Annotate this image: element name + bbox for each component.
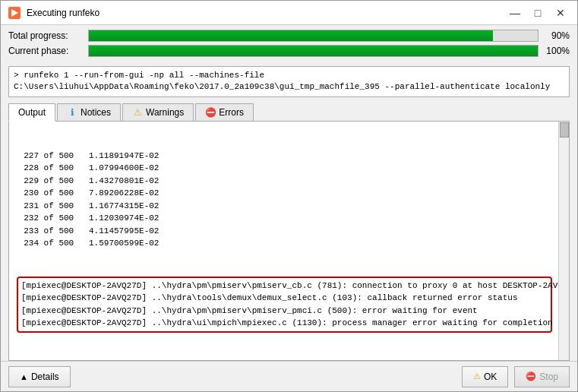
title-bar: Executing runfeko — □ ✕ [1, 1, 577, 25]
errors-icon: ⛔ [205, 107, 216, 118]
tab-output-label: Output [18, 107, 46, 118]
content-area: 227 of 500 1.11891947E-02 228 of 500 1.0… [8, 122, 570, 361]
progress-section: Total progress: 90% Current phase: 100% [1, 25, 577, 63]
error-box: [mpiexec@DESKTOP-2AVQ27D] ..\hydra\pm\pm… [17, 277, 552, 333]
command-box: > runfeko 1 --run-from-gui -np all --mac… [8, 66, 570, 97]
tab-warnings[interactable]: ⚠ Warnings [122, 103, 194, 121]
current-progress-label: Current phase: [8, 46, 88, 56]
current-progress-bar-fill [89, 46, 538, 56]
tab-errors-label: Errors [219, 107, 244, 118]
tab-errors[interactable]: ⛔ Errors [195, 103, 254, 121]
details-button[interactable]: ▲ Details [8, 366, 71, 387]
details-label: Details [31, 371, 59, 382]
minimize-button[interactable]: — [504, 5, 526, 21]
tabs-bar: Output ℹ Notices ⚠ Warnings ⛔ Errors [8, 103, 570, 122]
warnings-icon: ⚠ [132, 107, 143, 118]
command-text: > runfeko 1 --run-from-gui -np all --mac… [14, 71, 550, 91]
ok-warning-icon: ⚠ [473, 371, 481, 381]
total-progress-row: Total progress: 90% [8, 30, 570, 42]
notices-icon: ℹ [67, 107, 77, 118]
tab-warnings-label: Warnings [146, 107, 184, 118]
tab-notices[interactable]: ℹ Notices [57, 103, 121, 121]
main-window: Executing runfeko — □ ✕ Total progress: … [0, 0, 578, 392]
footer-left: ▲ Details [8, 366, 71, 387]
app-icon [7, 5, 22, 21]
current-progress-pct: 100% [543, 46, 570, 56]
stop-label: Stop [539, 371, 558, 382]
scrollbar-track[interactable] [558, 122, 569, 360]
close-button[interactable]: ✕ [550, 5, 571, 21]
tab-output[interactable]: Output [8, 103, 55, 122]
output-text-area[interactable]: 227 of 500 1.11891947E-02 228 of 500 1.0… [9, 122, 569, 360]
window-title: Executing runfeko [27, 8, 504, 18]
footer-right: ⚠ OK ⛔ Stop [462, 366, 570, 387]
tab-notices-label: Notices [81, 107, 111, 118]
current-progress-row: Current phase: 100% [8, 45, 570, 57]
stop-button[interactable]: ⛔ Stop [514, 366, 570, 387]
ok-button[interactable]: ⚠ OK [462, 366, 508, 387]
output-lines: 227 of 500 1.11891947E-02 228 of 500 1.0… [14, 150, 555, 250]
current-progress-bar-container [88, 45, 539, 57]
stop-icon: ⛔ [526, 371, 536, 381]
total-progress-bar-fill [89, 30, 493, 41]
window-controls: — □ ✕ [504, 5, 571, 21]
total-progress-bar-container [88, 30, 539, 42]
scrollbar-thumb[interactable] [560, 122, 569, 138]
total-progress-label: Total progress: [8, 30, 88, 41]
footer: ▲ Details ⚠ OK ⛔ Stop [1, 361, 577, 391]
details-icon: ▲ [20, 372, 28, 381]
maximize-button[interactable]: □ [527, 5, 548, 21]
total-progress-pct: 90% [543, 30, 570, 41]
ok-label: OK [484, 371, 497, 382]
